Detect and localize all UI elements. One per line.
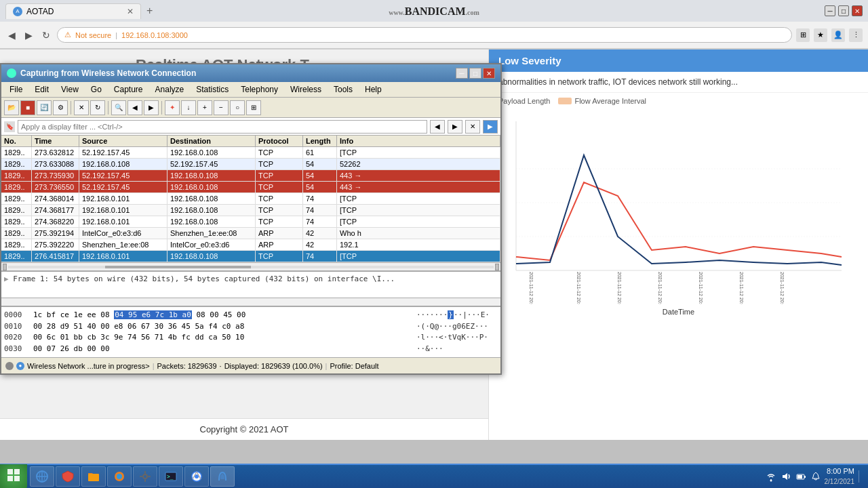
table-row[interactable]: 1829.. 273.633088 192.168.0.108 52.192.1… (1, 159, 500, 170)
menu-edit[interactable]: Edit (29, 83, 54, 96)
table-row[interactable]: 1829.. 275.392220 Shenzhen_1e:ee:08 Inte… (1, 239, 500, 251)
table-row[interactable]: 1829.. 274.368220 192.168.0.101 192.168.… (1, 216, 500, 228)
menu-help[interactable]: Help (359, 83, 387, 96)
show-desktop-icon[interactable] (859, 470, 863, 483)
profile-icon[interactable]: 👤 (831, 28, 845, 42)
notification-icon[interactable] (810, 470, 822, 483)
tool-close[interactable]: ✕ (74, 100, 89, 115)
menu-analyze[interactable]: Analyze (150, 83, 190, 96)
tool-zoom-out[interactable]: − (214, 100, 229, 115)
taskbar-settings-icon[interactable] (133, 466, 157, 487)
table-row[interactable]: 1829.. 274.368014 192.168.0.101 192.168.… (1, 193, 500, 205)
tool-reload[interactable]: ↻ (90, 100, 105, 115)
maximize-button[interactable]: □ (838, 5, 849, 16)
cell-dst: IntelCor_e0:e3:d6 (167, 239, 256, 250)
table-row[interactable]: 1829.. 274.368177 192.168.0.101 192.168.… (1, 205, 500, 216)
tool-colorize[interactable]: ✦ (165, 100, 180, 115)
h-scroll-right[interactable] (495, 264, 499, 270)
table-row[interactable]: 1829.. 273.735930 52.192.157.45 192.168.… (1, 170, 500, 182)
taskbar-folder-icon[interactable] (81, 466, 106, 487)
tool-restart[interactable]: 🔄 (37, 100, 52, 115)
taskbar-firefox-icon[interactable] (107, 466, 132, 487)
cell-len: 42 (303, 228, 337, 239)
menu-capture[interactable]: Capture (108, 83, 149, 96)
cell-dst: 192.168.0.108 (167, 251, 256, 262)
ws-close-btn[interactable]: ✕ (483, 68, 495, 79)
menu-view[interactable]: View (56, 83, 84, 96)
taskbar-browser-icon[interactable] (30, 466, 54, 487)
copyright: Copyright © 2021 AOT (0, 418, 488, 440)
grid-icon[interactable]: ⊞ (796, 28, 810, 42)
h-scroll-thumb[interactable] (105, 266, 251, 268)
tool-autoscroll[interactable]: ↓ (181, 100, 196, 115)
minimize-button[interactable]: ─ (825, 5, 835, 16)
address-bar[interactable]: ⚠ Not secure | 192.168.0.108:3000 (57, 27, 792, 43)
cell-dst: 192.168.0.108 (167, 147, 256, 158)
menu-file[interactable]: File (4, 83, 28, 96)
menu-icon[interactable]: ⋮ (849, 28, 863, 42)
system-clock[interactable]: 8:00 PM 2/12/2021 (825, 466, 855, 486)
battery-icon[interactable] (795, 470, 807, 483)
tab-close-button[interactable]: ✕ (127, 7, 134, 16)
start-button[interactable] (0, 464, 27, 488)
menu-telephony[interactable]: Telephony (235, 83, 283, 96)
cell-src: 192.168.0.101 (79, 193, 167, 204)
h-scroll-left[interactable] (3, 264, 7, 270)
bookmark-icon[interactable]: ★ (814, 28, 827, 42)
table-row[interactable]: 1829.. 275.392194 IntelCor_e0:e3:d6 Shen… (1, 228, 500, 239)
filter-clear[interactable]: ✕ (465, 120, 480, 134)
ws-packet-table-wrapper: No. Time Source Destination Protocol Len… (1, 136, 500, 270)
close-button[interactable]: ✕ (852, 5, 863, 16)
menu-statistics[interactable]: Statistics (191, 83, 234, 96)
legend-color-flow (558, 98, 572, 104)
filter-input[interactable] (18, 120, 427, 134)
taskbar-wireshark-icon[interactable] (210, 466, 235, 487)
tool-open[interactable]: 📂 (4, 100, 19, 115)
tool-find[interactable]: 🔍 (111, 100, 126, 115)
chart-container: 2021-11-12 20:00:04 2021-11-12 20:00:05 … (489, 109, 868, 316)
th-destination: Destination (167, 136, 256, 146)
cell-proto: TCP (256, 170, 303, 181)
tool-zoom-in[interactable]: + (197, 100, 212, 115)
back-button[interactable]: ◀ (5, 27, 18, 43)
tool-go-next[interactable]: ▶ (144, 100, 159, 115)
refresh-button[interactable]: ↻ (39, 27, 53, 43)
shark-icon: ● (16, 362, 24, 370)
taskbar-chrome-icon[interactable] (184, 466, 209, 487)
tool-stop[interactable]: ■ (20, 100, 35, 115)
tool-reset-zoom[interactable]: ○ (230, 100, 245, 115)
ws-minimize-btn[interactable]: ─ (456, 68, 468, 79)
volume-icon[interactable] (780, 470, 792, 483)
detail-scrollbar[interactable] (1, 298, 500, 306)
tool-resize-cols[interactable]: ⊞ (246, 100, 261, 115)
cell-time: 273.736550 (32, 182, 79, 192)
table-row[interactable]: 1829.. 276.415817 192.168.0.101 192.168.… (1, 251, 500, 262)
filter-arrow-left[interactable]: ◀ (430, 120, 445, 134)
security-label: Not secure (75, 31, 111, 39)
ws-maximize-btn[interactable]: □ (469, 68, 481, 79)
filter-arrow-right[interactable]: ▶ (448, 120, 462, 134)
taskbar-terminal-icon[interactable]: >_ (159, 466, 183, 487)
cell-src: IntelCor_e0:e3:d6 (79, 228, 167, 239)
tool-capture-opts[interactable]: ⚙ (53, 100, 68, 115)
menu-tools[interactable]: Tools (328, 83, 358, 96)
cell-info: [TCP (337, 205, 500, 216)
browser-tab[interactable]: A AOTAD ✕ (5, 3, 141, 19)
table-row[interactable]: 1829.. 273.736550 52.192.157.45 192.168.… (1, 182, 500, 193)
network-icon[interactable] (765, 470, 777, 483)
cell-src: Shenzhen_1e:ee:08 (79, 239, 167, 250)
table-row[interactable]: 1829.. 273.632812 52.192.157.45 192.168.… (1, 147, 500, 159)
tool-go-prev[interactable]: ◀ (127, 100, 142, 115)
menu-go[interactable]: Go (85, 83, 107, 96)
filter-apply[interactable]: ▶ (483, 120, 498, 134)
taskbar-antivirus-icon[interactable] (56, 466, 80, 487)
svg-rect-13 (14, 469, 20, 474)
cell-len: 74 (303, 216, 337, 227)
filter-bookmark[interactable]: 🔖 (4, 121, 15, 132)
status-packets: Packets: 1829639 (157, 362, 217, 370)
menu-wireless[interactable]: Wireless (285, 83, 327, 96)
new-tab-button[interactable]: + (141, 2, 158, 20)
horizontal-scrollbar[interactable] (1, 262, 500, 270)
forward-button[interactable]: ▶ (22, 27, 35, 43)
h-scroll-track[interactable] (8, 266, 494, 268)
